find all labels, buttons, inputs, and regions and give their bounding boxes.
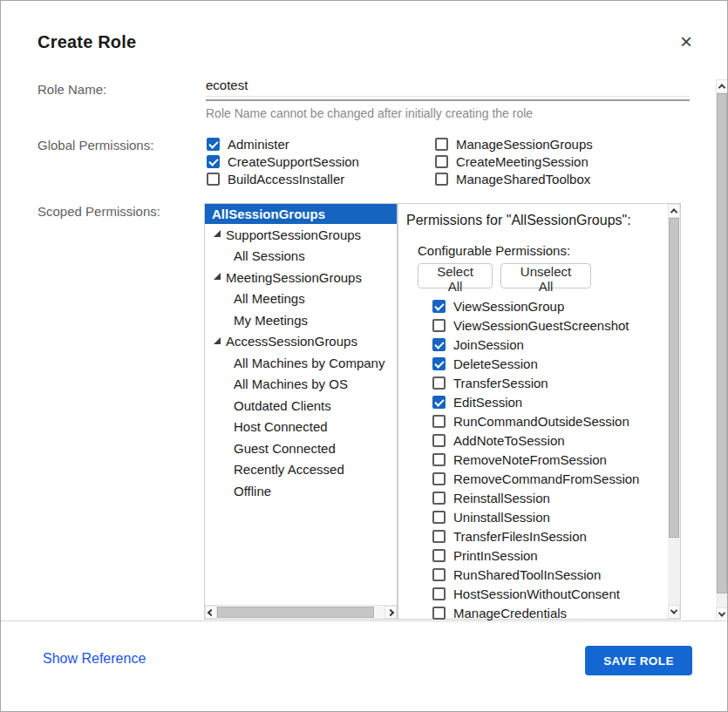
unselect-all-button[interactable]: Unselect All	[500, 263, 591, 288]
tree-item-label: SupportSessionGroups	[226, 227, 361, 242]
permission-row[interactable]: TransferSession	[432, 373, 639, 392]
global-permissions-column-1: Administer CreateSupportSession BuildAcc…	[207, 135, 359, 187]
scoped-permissions-label: Scoped Permissions:	[37, 204, 160, 219]
checkbox-printinsession[interactable]	[432, 549, 446, 562]
checkbox-managesharedtoolbox[interactable]	[435, 173, 448, 186]
global-permission-row[interactable]: Administer	[207, 135, 359, 153]
permission-row[interactable]: EditSession	[432, 392, 639, 411]
permission-row[interactable]: RemoveNoteFromSession	[432, 450, 639, 469]
permission-row[interactable]: RunCommandOutsideSession	[432, 411, 639, 431]
tree-item-label: My Meetings	[234, 313, 308, 328]
checkbox-managecredentials[interactable]	[432, 607, 446, 620]
checkbox-removecommandfromsession[interactable]	[432, 472, 446, 485]
scrollbar-thumb[interactable]	[669, 218, 679, 538]
tree-item-host-connected[interactable]: Host Connected	[205, 417, 397, 438]
global-permission-row[interactable]: ManageSessionGroups	[435, 135, 593, 153]
tree-item-meetingsessiongroups[interactable]: MeetingSessionGroups	[205, 267, 397, 288]
permission-row[interactable]: RunSharedToolInSession	[432, 565, 639, 584]
checkbox-reinstallsession[interactable]	[432, 492, 446, 505]
checkbox-addnotetosession[interactable]	[432, 434, 446, 447]
session-group-tree: AllSessionGroups SupportSessionGroups Al…	[204, 203, 398, 620]
role-name-input[interactable]: ecotest	[206, 78, 690, 97]
tree-item-outdated-clients[interactable]: Outdated Clients	[205, 395, 397, 417]
checkbox-deletesession[interactable]	[432, 357, 446, 370]
scroll-down-icon[interactable]	[668, 605, 680, 619]
tree-item-label: AllSessionGroups	[212, 207, 325, 221]
permission-label: DeleteSession	[453, 356, 538, 371]
save-role-button[interactable]: SAVE ROLE	[585, 646, 692, 675]
role-name-field[interactable]: ecotest Role Name cannot be changed afte…	[206, 78, 690, 120]
checkbox-transferfilesinsession[interactable]	[432, 530, 446, 543]
scroll-left-icon[interactable]	[205, 606, 217, 619]
show-reference-link[interactable]: Show Reference	[43, 651, 146, 667]
permission-label: RemoveCommandFromSession	[453, 471, 639, 486]
global-permission-row[interactable]: CreateSupportSession	[207, 153, 359, 170]
checkbox-removenotefromsession[interactable]	[432, 453, 446, 466]
tree-item-all-sessions[interactable]: All Sessions	[205, 246, 397, 268]
permission-row[interactable]: RemoveCommandFromSession	[432, 469, 639, 488]
tree-item-supportsessiongroups[interactable]: SupportSessionGroups	[205, 224, 397, 246]
tree-expander-icon[interactable]	[214, 273, 221, 280]
permission-row[interactable]: AddNoteToSession	[432, 431, 639, 450]
permissions-panel-scrollbar[interactable]	[668, 204, 680, 619]
role-name-label: Role Name:	[37, 82, 106, 97]
input-underline	[206, 99, 690, 101]
tree-item-allsessiongroups[interactable]: AllSessionGroups	[205, 204, 397, 224]
close-icon[interactable]: ×	[675, 31, 697, 53]
checkbox-createmeetingsession[interactable]	[435, 155, 448, 168]
tree-item-offline[interactable]: Offline	[205, 480, 397, 502]
permission-row[interactable]: ViewSessionGuestScreenshot	[432, 315, 639, 335]
tree-item-accesssessiongroups[interactable]: AccessSessionGroups	[205, 331, 397, 353]
tree-item-my-meetings[interactable]: My Meetings	[205, 309, 397, 331]
permission-row[interactable]: DeleteSession	[432, 354, 639, 373]
checkbox-createsupportsession[interactable]	[207, 155, 220, 168]
checkbox-uninstallsession[interactable]	[432, 511, 446, 524]
checkbox-runsharedtoolinsession[interactable]	[432, 568, 446, 581]
checkbox-joinsession[interactable]	[432, 338, 446, 351]
permission-row[interactable]: UninstallSession	[432, 507, 639, 526]
global-permission-row[interactable]: CreateMeetingSession	[435, 153, 593, 170]
permission-row[interactable]: ViewSessionGroup	[432, 296, 639, 315]
checkbox-viewsessionguestscreenshot[interactable]	[432, 319, 446, 332]
tree-item-all-machines-by-os[interactable]: All Machines by OS	[205, 374, 397, 396]
permission-row[interactable]: ReinstallSession	[432, 488, 639, 507]
select-all-button[interactable]: Select All	[418, 263, 493, 288]
scrollbar-thumb[interactable]	[717, 93, 727, 593]
checkbox-runcommandoutsidesession[interactable]	[432, 415, 446, 428]
checkbox-managesessiongroups[interactable]	[435, 138, 448, 151]
global-permission-row[interactable]: BuildAccessInstaller	[207, 170, 359, 187]
tree-item-label: Guest Connected	[234, 441, 336, 456]
tree-item-label: Recently Accessed	[234, 462, 344, 477]
permission-label: TransferSession	[453, 376, 548, 390]
checkbox-administer[interactable]	[207, 138, 220, 151]
permission-row[interactable]: JoinSession	[432, 335, 639, 354]
permission-row[interactable]: TransferFilesInSession	[432, 526, 639, 546]
scrollbar-thumb[interactable]	[217, 607, 374, 618]
checkbox-transfersession[interactable]	[432, 376, 446, 390]
scroll-down-icon[interactable]	[716, 607, 728, 621]
permission-row[interactable]: ManageCredentials	[432, 603, 639, 622]
permission-row[interactable]: PrintInSession	[432, 546, 639, 565]
permission-row[interactable]: HostSessionWithoutConsent	[432, 584, 639, 603]
tree-expander-icon[interactable]	[214, 230, 221, 237]
checkbox-hostsessionwithoutconsent[interactable]	[432, 587, 446, 600]
tree-item-recently-accessed[interactable]: Recently Accessed	[205, 459, 397, 481]
tree-item-all-machines-by-company[interactable]: All Machines by Company	[205, 352, 397, 374]
checkbox-viewsessiongroup[interactable]	[432, 300, 446, 313]
global-permission-label: CreateSupportSession	[228, 154, 359, 169]
scroll-up-icon[interactable]	[716, 79, 728, 93]
tree-item-guest-connected[interactable]: Guest Connected	[205, 437, 397, 459]
global-permission-label: ManageSessionGroups	[456, 137, 593, 152]
checkbox-editsession[interactable]	[432, 396, 446, 409]
scroll-up-icon[interactable]	[668, 204, 680, 218]
tree-expander-icon[interactable]	[214, 337, 221, 344]
scroll-right-icon[interactable]	[384, 606, 397, 619]
dialog-scrollbar[interactable]	[716, 79, 728, 621]
tree-item-all-meetings[interactable]: All Meetings	[205, 288, 397, 310]
checkbox-buildaccessinstaller[interactable]	[207, 173, 220, 186]
permission-label: RunSharedToolInSession	[453, 567, 601, 582]
tree-item-label: All Meetings	[234, 291, 305, 306]
tree-item-label: All Machines by Company	[234, 356, 384, 370]
global-permission-row[interactable]: ManageSharedToolbox	[435, 170, 593, 187]
tree-horizontal-scrollbar[interactable]	[205, 605, 397, 619]
